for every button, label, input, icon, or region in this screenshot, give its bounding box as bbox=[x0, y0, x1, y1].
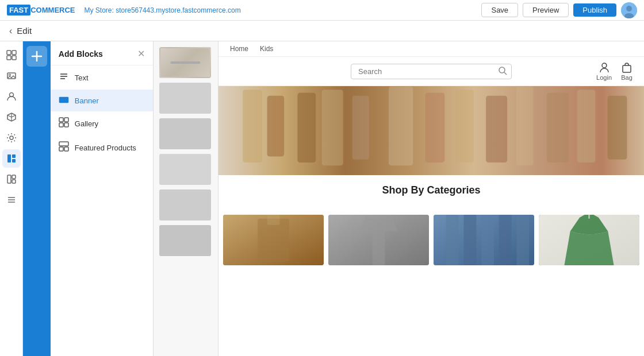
categories-row bbox=[218, 215, 644, 270]
svg-rect-49 bbox=[577, 90, 596, 162]
svg-point-8 bbox=[9, 74, 10, 76]
preview-button[interactable]: Preview bbox=[523, 3, 569, 17]
svg-rect-31 bbox=[59, 147, 63, 151]
login-button[interactable]: Login bbox=[596, 61, 612, 81]
svg-rect-46 bbox=[486, 96, 507, 162]
store-link[interactable]: My Store: store567443.mystore.fastcommer… bbox=[85, 6, 241, 14]
search-icon bbox=[498, 66, 507, 77]
category-item-4[interactable] bbox=[539, 215, 639, 265]
svg-rect-43 bbox=[389, 87, 413, 165]
sidebar-icon-image[interactable] bbox=[2, 67, 21, 85]
svg-rect-59 bbox=[499, 215, 512, 265]
category-item-2[interactable] bbox=[328, 215, 429, 265]
logo-commerce: COMMERCE bbox=[30, 6, 75, 14]
sidebar-icon-widget[interactable] bbox=[2, 170, 21, 188]
svg-point-35 bbox=[602, 63, 607, 68]
svg-rect-6 bbox=[12, 56, 16, 60]
logo: FASTCOMMERCE bbox=[7, 5, 75, 16]
block-item-text[interactable]: Text bbox=[51, 65, 153, 90]
svg-rect-3 bbox=[7, 51, 11, 55]
store-page: Home Kids bbox=[218, 41, 644, 356]
svg-rect-13 bbox=[12, 159, 16, 162]
banner-preview-1[interactable] bbox=[159, 47, 211, 78]
svg-rect-48 bbox=[547, 92, 569, 162]
svg-rect-56 bbox=[446, 215, 459, 265]
svg-rect-45 bbox=[455, 90, 474, 162]
svg-rect-36 bbox=[623, 65, 631, 72]
svg-rect-57 bbox=[464, 215, 477, 265]
banner-block-icon bbox=[59, 95, 69, 106]
banner-previews bbox=[154, 41, 218, 356]
svg-rect-15 bbox=[12, 175, 16, 179]
sidebar-icon-layout[interactable] bbox=[2, 149, 21, 168]
svg-rect-50 bbox=[608, 96, 627, 160]
svg-rect-58 bbox=[481, 215, 494, 265]
store-main-header: Login Bag bbox=[218, 57, 644, 86]
svg-rect-40 bbox=[297, 92, 316, 162]
block-item-gallery[interactable]: Gallery bbox=[51, 111, 153, 136]
svg-rect-12 bbox=[12, 154, 16, 158]
avatar[interactable] bbox=[621, 2, 637, 18]
store-nav-header: Home Kids bbox=[218, 41, 644, 57]
svg-rect-5 bbox=[7, 56, 11, 60]
add-plus-button[interactable] bbox=[26, 46, 47, 67]
svg-point-33 bbox=[499, 67, 505, 73]
login-label: Login bbox=[596, 74, 612, 81]
svg-rect-52 bbox=[258, 219, 289, 261]
store-content: Home Kids bbox=[218, 41, 644, 356]
banner-preview-2[interactable] bbox=[159, 83, 211, 114]
hero-banner bbox=[218, 86, 644, 175]
sidebar-icon-list[interactable] bbox=[2, 191, 21, 209]
svg-rect-30 bbox=[59, 142, 68, 146]
banner-preview-4[interactable] bbox=[159, 154, 211, 185]
svg-rect-25 bbox=[59, 97, 68, 103]
blocks-close-button[interactable]: ✕ bbox=[137, 48, 145, 59]
svg-rect-11 bbox=[7, 154, 11, 162]
sidebar-icon-product[interactable] bbox=[2, 108, 21, 126]
svg-point-1 bbox=[626, 6, 632, 11]
svg-rect-14 bbox=[7, 175, 11, 183]
top-nav: FASTCOMMERCE My Store: store567443.mysto… bbox=[0, 0, 644, 21]
text-block-icon bbox=[59, 71, 69, 84]
hero-banner-svg bbox=[218, 86, 644, 175]
store-label: My Store: bbox=[85, 6, 114, 14]
banner-preview-5[interactable] bbox=[159, 189, 211, 220]
banner-preview-3[interactable] bbox=[159, 118, 211, 149]
save-button[interactable]: Save bbox=[481, 3, 518, 17]
edit-title: Edit bbox=[17, 26, 32, 36]
svg-rect-42 bbox=[352, 96, 370, 160]
svg-rect-44 bbox=[425, 92, 444, 162]
svg-rect-41 bbox=[322, 90, 343, 165]
bag-button[interactable]: Bag bbox=[621, 61, 632, 81]
blocks-header: Add Blocks ✕ bbox=[51, 41, 153, 65]
back-button[interactable]: ‹ bbox=[9, 26, 12, 36]
add-blocks-panel: Add Blocks ✕ Text bbox=[23, 41, 218, 356]
blocks-header-title: Add Blocks bbox=[59, 49, 103, 59]
category-item-1[interactable] bbox=[223, 215, 324, 265]
sidebar-icon-add[interactable] bbox=[2, 46, 21, 64]
featured-block-icon bbox=[59, 141, 69, 154]
block-item-gallery-label: Gallery bbox=[75, 119, 98, 128]
svg-rect-60 bbox=[516, 215, 529, 265]
block-item-text-label: Text bbox=[75, 73, 89, 82]
store-nav-home[interactable]: Home bbox=[230, 45, 248, 53]
block-item-banner[interactable]: Banner bbox=[51, 90, 153, 111]
store-url: store567443.mystore.fastcommerce.com bbox=[116, 6, 240, 14]
svg-rect-4 bbox=[12, 51, 16, 55]
svg-rect-38 bbox=[243, 90, 262, 162]
sidebar-icons bbox=[0, 41, 23, 356]
banner-preview-6[interactable] bbox=[159, 225, 211, 256]
category-item-3[interactable] bbox=[434, 215, 534, 265]
block-item-banner-label: Banner bbox=[75, 96, 99, 105]
publish-button[interactable]: Publish bbox=[573, 3, 616, 17]
search-input[interactable] bbox=[351, 64, 512, 79]
add-button-col bbox=[23, 41, 51, 356]
svg-rect-29 bbox=[64, 123, 68, 127]
svg-rect-53 bbox=[267, 215, 280, 225]
block-item-featured[interactable]: Featured Products bbox=[51, 136, 153, 160]
shop-by-categories: Shop By Categories bbox=[218, 175, 644, 212]
sidebar-icon-settings[interactable] bbox=[2, 129, 21, 147]
logo-fast: FAST bbox=[7, 5, 30, 16]
store-nav-kids[interactable]: Kids bbox=[260, 45, 273, 53]
sidebar-icon-user[interactable] bbox=[2, 87, 21, 106]
